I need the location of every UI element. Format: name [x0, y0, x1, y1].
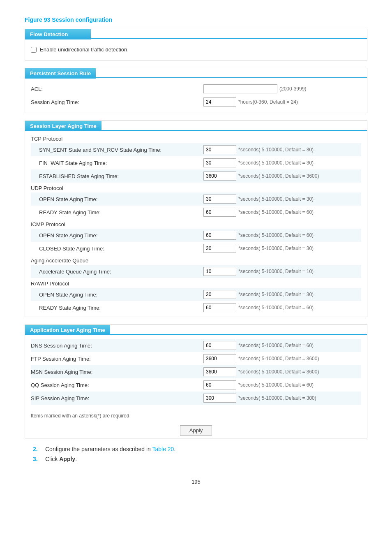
application-layer-body: DNS Session Aging Time: *seconds( 5-1000…: [25, 335, 367, 409]
rawip-protocol-label: RAWIP Protocol: [31, 278, 361, 288]
app-row-2: MSN Session Aging Time: *seconds( 5-1000…: [31, 365, 361, 378]
app-label-1: FTP Session Aging Time:: [31, 356, 203, 362]
flow-detection-section: Flow Detection Enable unidirectional tra…: [25, 29, 367, 60]
page-number: 195: [25, 479, 367, 485]
acl-hint: (2000-3999): [279, 86, 306, 92]
app-row-1: FTP Session Aging Time: *seconds( 5-1000…: [31, 352, 361, 365]
app-row-3: QQ Session Aging Time: *seconds( 5-10000…: [31, 378, 361, 392]
rawip-input-0[interactable]: [203, 290, 236, 299]
instruction-2: 2. Configure the parameters as described…: [33, 446, 367, 452]
tcp-input-0[interactable]: [203, 145, 236, 154]
app-input-2[interactable]: [203, 367, 236, 376]
app-label-4: SIP Session Aging Time:: [31, 395, 203, 401]
app-label-2: MSN Session Aging Time:: [31, 369, 203, 375]
icmp-input-0[interactable]: [203, 231, 236, 240]
enable-unidirectional-label: Enable unidirectional traffic detection: [40, 46, 127, 53]
icmp-hint-0: *seconds( 5-100000, Default = 60): [238, 232, 314, 238]
tcp-hint-1: *seconds( 5-100000, Default = 30): [238, 160, 314, 166]
udp-row-0: OPEN State Aging Time: *seconds( 5-10000…: [31, 192, 361, 206]
tcp-input-1[interactable]: [203, 158, 236, 167]
app-input-3[interactable]: [203, 380, 236, 389]
udp-protocol-label: UDP Protocol: [31, 183, 361, 192]
footer-note: Items marked with an asterisk(*) are req…: [25, 410, 367, 421]
udp-input-0[interactable]: [203, 195, 236, 204]
acl-input[interactable]: [203, 84, 277, 93]
app-hint-0: *seconds( 5-100000, Default = 60): [238, 343, 314, 348]
session-layer-header-bar: Session Layer Aging Time: [25, 121, 367, 131]
rawip-label-0: OPEN State Aging Time:: [31, 292, 203, 298]
enable-unidirectional-checkbox[interactable]: [31, 47, 37, 53]
udp-label-1: READY State Aging Time:: [31, 209, 203, 216]
application-layer-header-bar: Application Layer Aging Time: [25, 325, 367, 335]
udp-label-0: OPEN State Aging Time:: [31, 196, 203, 202]
rawip-label-1: READY State Aging Time:: [31, 305, 203, 311]
instruction-2-num: 2.: [33, 446, 41, 452]
icmp-label-0: OPEN State Aging Time:: [31, 232, 203, 239]
rawip-input-1[interactable]: [203, 303, 236, 312]
aging-accelerate-label: Aging Accelerate Queue: [31, 255, 361, 265]
app-input-1[interactable]: [203, 354, 236, 363]
flow-detection-header: Flow Detection: [25, 29, 91, 39]
app-hint-3: *seconds( 5-100000, Default = 60): [238, 382, 314, 388]
udp-row-1: READY State Aging Time: *seconds( 5-1000…: [31, 206, 361, 219]
icmp-row-0: OPEN State Aging Time: *seconds( 5-10000…: [31, 229, 361, 242]
tcp-label-2: ESTABLISHED State Aging Time:: [31, 173, 203, 179]
flow-detection-line: [91, 38, 367, 39]
udp-hint-0: *seconds( 5-100000, Default = 30): [238, 196, 314, 202]
instruction-3-text: Click Apply.: [45, 456, 77, 462]
tcp-hint-2: *seconds( 5-100000, Default = 3600): [238, 173, 319, 179]
session-layer-body: TCP Protocol SYN_SENT State and SYN_RCV …: [25, 131, 367, 317]
flow-detection-body: Enable unidirectional traffic detection: [25, 39, 367, 60]
aging-row-0: Accelerate Queue Aging Time: *seconds( 5…: [31, 265, 361, 278]
apply-text-bold: Apply: [59, 456, 75, 462]
application-layer-header: Application Layer Aging Time: [25, 325, 110, 335]
persistent-session-body: ACL: (2000-3999) Session Aging Time: *ho…: [25, 78, 367, 113]
figure-title: Figure 93 Session configuration: [25, 16, 367, 23]
session-layer-section: Session Layer Aging Time TCP Protocol SY…: [25, 121, 367, 317]
apply-button[interactable]: Apply: [180, 425, 212, 436]
icmp-row-1: CLOSED State Aging Time: *seconds( 5-100…: [31, 242, 361, 255]
session-aging-row: Session Aging Time: *hours(0-360, Defaul…: [31, 95, 361, 109]
icmp-label-1: CLOSED State Aging Time:: [31, 246, 203, 252]
tcp-label-0: SYN_SENT State and SYN_RCV State Aging T…: [31, 147, 203, 153]
aging-label-0: Accelerate Queue Aging Time:: [31, 269, 203, 275]
app-input-0[interactable]: [203, 341, 236, 350]
session-layer-header: Session Layer Aging Time: [25, 121, 101, 131]
app-label-3: QQ Session Aging Time:: [31, 382, 203, 388]
icmp-hint-1: *seconds( 5-100000, Default = 30): [238, 246, 314, 251]
udp-hint-1: *seconds( 5-100000, Default = 60): [238, 209, 314, 215]
aging-input-0[interactable]: [203, 267, 236, 276]
instruction-3: 3. Click Apply.: [33, 456, 367, 462]
instruction-3-num: 3.: [33, 456, 41, 462]
app-hint-2: *seconds( 5-100000, Default = 3600): [238, 369, 319, 375]
persistent-session-header: Persistent Session Rule: [25, 68, 96, 79]
application-layer-line: [110, 334, 367, 335]
app-hint-4: *seconds( 5-100000, Default = 300): [238, 395, 316, 401]
udp-input-1[interactable]: [203, 208, 236, 217]
app-input-4[interactable]: [203, 394, 236, 403]
rawip-row-1: READY State Aging Time: *seconds( 5-1000…: [31, 301, 361, 314]
app-row-0: DNS Session Aging Time: *seconds( 5-1000…: [31, 339, 361, 352]
table-20-link[interactable]: Table 20: [152, 446, 174, 452]
tcp-hint-0: *seconds( 5-100000, Default = 30): [238, 147, 314, 153]
icmp-input-1[interactable]: [203, 244, 236, 253]
persistent-session-line: [96, 77, 367, 78]
persistent-session-header-bar: Persistent Session Rule: [25, 68, 367, 78]
application-layer-section: Application Layer Aging Time DNS Session…: [25, 324, 367, 438]
tcp-input-2[interactable]: [203, 171, 236, 181]
session-aging-hint: *hours(0-360, Default = 24): [238, 99, 298, 105]
tcp-protocol-label: TCP Protocol: [31, 133, 361, 143]
tcp-row-0: SYN_SENT State and SYN_RCV State Aging T…: [31, 143, 361, 156]
session-aging-input[interactable]: [203, 97, 236, 107]
acl-label: ACL:: [31, 86, 203, 92]
apply-bar: Apply: [25, 421, 367, 438]
rawip-row-0: OPEN State Aging Time: *seconds( 5-10000…: [31, 288, 361, 301]
persistent-session-section: Persistent Session Rule ACL: (2000-3999)…: [25, 68, 367, 113]
rawip-hint-1: *seconds( 5-100000, Default = 60): [238, 305, 314, 311]
icmp-protocol-label: ICMP Protocol: [31, 219, 361, 229]
enable-unidirectional-row: Enable unidirectional traffic detection: [31, 43, 361, 56]
rawip-hint-0: *seconds( 5-100000, Default = 30): [238, 292, 314, 297]
tcp-label-1: FIN_WAIT State Aging Time:: [31, 160, 203, 166]
app-row-4: SIP Session Aging Time: *seconds( 5-1000…: [31, 392, 361, 405]
instruction-2-text: Configure the parameters as described in…: [45, 446, 175, 452]
